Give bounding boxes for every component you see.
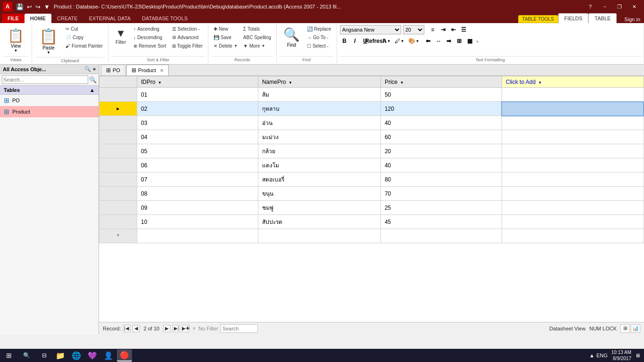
align-center-btn[interactable]: ↔ <box>434 36 443 46</box>
tab-fields[interactable]: FIELDS <box>558 13 589 23</box>
delete-record-button[interactable]: ✕ Delete ▼ <box>211 42 240 50</box>
help-btn[interactable]: ? <box>583 2 597 11</box>
cell-price-09[interactable]: 25 <box>380 201 502 215</box>
clock-display[interactable]: 10:13 AM 8/9/2017 <box>611 349 631 362</box>
toggle-filter-button[interactable]: ⊞ Toggle Filter <box>170 42 205 50</box>
align-btn[interactable]: ☰ <box>459 25 469 34</box>
new-row[interactable]: * <box>99 229 644 243</box>
indent-increase-btn[interactable]: ⇥ <box>438 25 448 34</box>
font-color-btn[interactable]: A▼ <box>381 36 392 46</box>
new-row-cell-2[interactable] <box>380 229 502 243</box>
cell-extra-08[interactable] <box>502 187 644 201</box>
find-button[interactable]: 🔍 Find <box>280 25 304 49</box>
prev-record-btn[interactable]: ◀ <box>132 325 140 332</box>
background-color-btn[interactable]: 🎨▼ <box>407 36 421 46</box>
nav-item-product[interactable]: ⊞ Product <box>0 106 99 117</box>
view-button[interactable]: 📋 View ▼ <box>3 25 29 56</box>
restore-btn[interactable]: ❐ <box>612 2 627 11</box>
nav-search-input[interactable] <box>2 75 88 84</box>
datasheet-view-btn[interactable]: ⊞ <box>620 324 630 333</box>
cell-namepro-05[interactable]: กล้วย <box>258 144 380 158</box>
copy-button[interactable]: 📄 Copy <box>63 33 105 41</box>
cell-idpro-10[interactable]: 10 <box>137 215 258 229</box>
tab-po[interactable]: ⊞ PO <box>101 65 125 75</box>
customize-quick-btn[interactable]: ▼ <box>43 2 51 11</box>
cell-namepro-01[interactable]: ส้ม <box>258 88 380 102</box>
cell-price-02[interactable]: 120 <box>380 102 502 116</box>
tab-external-data[interactable]: EXTERNAL DATA <box>83 14 136 23</box>
table-row[interactable]: 05กล้วย20 <box>99 144 644 158</box>
tab-product-close[interactable]: ✕ <box>160 68 164 73</box>
table-row[interactable]: 06แตงโม40 <box>99 158 644 173</box>
cell-price-10[interactable]: 45 <box>380 215 502 229</box>
refresh-button[interactable]: Refresh <box>371 36 380 46</box>
align-right-btn[interactable]: ➡ <box>444 36 454 46</box>
taskbar-access[interactable]: 🔴 <box>117 349 132 362</box>
nav-item-po[interactable]: ⊞ PO <box>0 95 99 106</box>
cell-namepro-06[interactable]: แตงโม <box>258 158 380 173</box>
cell-namepro-07[interactable]: สตอเบอรี่ <box>258 173 380 187</box>
cell-idpro-01[interactable]: 01 <box>137 88 258 102</box>
italic-button[interactable]: I <box>350 36 360 46</box>
font-size-select[interactable]: 20 <box>403 25 424 34</box>
cell-price-05[interactable]: 20 <box>380 144 502 158</box>
new-record-button[interactable]: ✚ New <box>211 25 240 33</box>
paste-button[interactable]: 📋 Paste ▼ <box>35 25 62 57</box>
select-button[interactable]: ☐ Select - <box>305 42 334 50</box>
tab-product[interactable]: ⊞ Product ✕ <box>126 65 169 75</box>
table-row[interactable]: 07สตอเบอรี่80 <box>99 173 644 187</box>
cell-namepro-02[interactable]: กุหลาบ <box>258 102 380 116</box>
cell-idpro-07[interactable]: 07 <box>137 173 258 187</box>
cell-extra-02[interactable] <box>502 102 644 116</box>
new-row-cell-1[interactable] <box>258 229 380 243</box>
minimize-btn[interactable]: − <box>598 2 612 11</box>
next-record-btn[interactable]: ▶ <box>163 325 171 332</box>
table-row[interactable]: 03อ่วน40 <box>99 116 644 130</box>
taskbar-file-explorer[interactable]: 📁 <box>53 349 68 362</box>
save-quick-btn[interactable]: 💾 <box>15 2 25 11</box>
cell-extra-05[interactable] <box>502 144 644 158</box>
indent-decrease-btn[interactable]: ⇤ <box>449 25 458 34</box>
tab-file[interactable]: FILE <box>2 14 25 23</box>
new-row-cell-3[interactable] <box>502 229 644 243</box>
descending-button[interactable]: ↓ Descending <box>131 33 168 41</box>
more-button[interactable]: ▼ More ▼ <box>241 42 273 50</box>
col-price[interactable]: Price ▼ <box>380 76 502 88</box>
tray-arrow-icon[interactable]: ▲ <box>589 353 594 358</box>
ascending-button[interactable]: ↑ Ascending <box>131 25 168 33</box>
col-namepro[interactable]: NamePro ▼ <box>258 76 380 88</box>
cell-namepro-09[interactable]: ชมพู่ <box>258 201 380 215</box>
redo-quick-btn[interactable]: ↪ <box>34 2 41 11</box>
first-record-btn[interactable]: |◀ <box>123 325 131 332</box>
cell-price-08[interactable]: 70 <box>380 187 502 201</box>
taskbar-task-view[interactable]: ⊟ <box>37 349 52 362</box>
cell-extra-06[interactable] <box>502 158 644 173</box>
table-row[interactable]: 08ขนุน70 <box>99 187 644 201</box>
advanced-button[interactable]: ⚙ Advanced <box>170 33 205 41</box>
table-row[interactable]: 09ชมพู่25 <box>99 201 644 215</box>
spelling-button[interactable]: ABC Spelling <box>241 33 273 41</box>
sign-in-btn[interactable]: Sign in <box>620 16 644 23</box>
totals-button[interactable]: Σ Totals <box>241 25 273 33</box>
cell-price-07[interactable]: 80 <box>380 173 502 187</box>
cell-idpro-04[interactable]: 04 <box>137 130 258 144</box>
datasheet-container[interactable]: IDPro ▼ NamePro ▼ Price ▼ Click to Add ▼… <box>99 76 644 322</box>
cell-extra-07[interactable] <box>502 173 644 187</box>
text-fmt-expand[interactable]: ↘ <box>475 39 479 43</box>
taskbar-chrome[interactable]: 🌐 <box>69 349 84 362</box>
cell-namepro-08[interactable]: ขนุน <box>258 187 380 201</box>
remove-sort-button[interactable]: ⊗ Remove Sort <box>131 42 168 50</box>
format-painter-button[interactable]: 🖌 Format Painter <box>63 42 105 50</box>
cut-button[interactable]: ✂ Cut <box>63 25 105 33</box>
cell-idpro-06[interactable]: 06 <box>137 158 258 173</box>
cell-idpro-09[interactable]: 09 <box>137 201 258 215</box>
cell-idpro-05[interactable]: 05 <box>137 144 258 158</box>
taskbar-search-icon[interactable]: 🔍 <box>17 350 36 361</box>
cell-price-01[interactable]: 50 <box>380 88 502 102</box>
cell-namepro-10[interactable]: สัปปะรด <box>258 215 380 229</box>
cell-idpro-03[interactable]: 03 <box>137 116 258 130</box>
cell-namepro-04[interactable]: มะม่วง <box>258 130 380 144</box>
nav-collapse-btn[interactable]: « <box>93 66 96 72</box>
new-record-btn[interactable]: ▶✚ <box>182 325 190 332</box>
tab-table[interactable]: TABLE <box>588 13 617 23</box>
